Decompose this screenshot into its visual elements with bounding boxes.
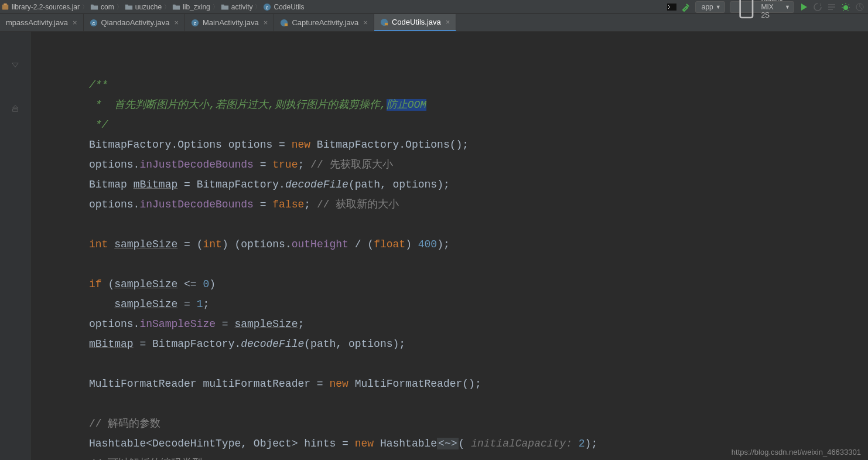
apply-changes-icon[interactable] (813, 2, 822, 12)
keyword: false (272, 199, 304, 210)
keyword: new (329, 378, 348, 390)
svg-text:c: c (194, 20, 197, 26)
watermark: https://blog.csdn.net/weixin_46633301 (732, 448, 861, 456)
code-text: <= (177, 278, 203, 290)
java-lock-icon (280, 19, 288, 27)
hammer-icon[interactable] (681, 2, 691, 12)
breadcrumb-label: activity (231, 3, 253, 11)
apply-code-changes-icon[interactable] (827, 2, 836, 12)
breadcrumb-item[interactable]: com 〉 (90, 3, 122, 11)
indent (89, 298, 114, 310)
tab-mainactivity[interactable]: c MainActivity.java × (185, 14, 274, 31)
breadcrumbs: library-2.2-sources.jar 〉 com 〉 uuzuche … (1, 3, 667, 11)
run-config-label: app (702, 3, 713, 11)
line-comment: // 解码的参数 (89, 418, 160, 430)
folder-icon (90, 3, 98, 11)
breadcrumb-item[interactable]: library-2.2-sources.jar 〉 (1, 3, 88, 11)
run-config-dropdown[interactable]: app ▼ (695, 1, 725, 13)
field: inSampleSize (139, 318, 216, 330)
field: inJustDecodeBounds (139, 159, 253, 171)
svg-point-6 (843, 5, 848, 10)
svg-text:c: c (92, 20, 95, 26)
keyword: if (89, 278, 102, 290)
tab-captureactivity[interactable]: CaptureActivity.java × (274, 14, 374, 31)
code-text: ; (203, 298, 209, 310)
code-text: = (177, 298, 196, 310)
breadcrumb-label: library-2.2-sources.jar (12, 3, 80, 11)
number: 400 (418, 238, 437, 250)
code-text: ; (298, 159, 304, 171)
toolbar-right: app ▼ Xiaomi MIX 2S ▼ (667, 1, 864, 13)
close-icon[interactable]: × (73, 18, 77, 27)
code-text: ( (459, 438, 465, 449)
phone-icon (734, 0, 759, 19)
code-text: options. (89, 159, 139, 171)
tab-label: CodeUtils.java (392, 18, 441, 26)
chevron-down-icon: ▼ (785, 4, 790, 10)
run-icon[interactable] (799, 2, 808, 12)
editor-area: /** * 首先判断图片的大小,若图片过大,则执行图片的裁剪操作,防止OOM *… (0, 32, 868, 460)
gutter[interactable] (0, 32, 30, 460)
var: sampleSize (234, 318, 298, 330)
code-text: options. (89, 199, 139, 210)
device-dropdown[interactable]: Xiaomi MIX 2S ▼ (730, 1, 794, 13)
svg-rect-5 (740, 0, 752, 18)
close-icon[interactable]: × (446, 18, 450, 26)
code-text: ) (209, 278, 216, 290)
svg-rect-15 (385, 22, 388, 25)
breadcrumb-sep: 〉 (82, 3, 88, 11)
var: sampleSize (114, 298, 177, 310)
breadcrumb-item[interactable]: uuzuche 〉 (125, 3, 170, 11)
folded-generic[interactable]: <~> (437, 438, 458, 449)
terminal-icon[interactable] (667, 2, 676, 12)
code-text: = (254, 199, 272, 210)
breadcrumb-label: CodeUtils (274, 3, 304, 11)
code-text: ; (304, 199, 310, 210)
code-text: Hashtable (374, 438, 437, 449)
doc-comment: /** (89, 79, 108, 91)
code-text: (path, options); (348, 179, 450, 190)
breadcrumb-item[interactable]: activity 〉 (221, 3, 261, 11)
code-text: = BitmapFactory. (134, 338, 241, 350)
svg-rect-4 (667, 4, 676, 11)
doc-comment: */ (89, 119, 108, 131)
keyword: true (272, 159, 298, 171)
tab-qiandaoactivity[interactable]: c QiandaoActivity.java × (84, 14, 185, 31)
number: 2 (579, 438, 585, 449)
close-icon[interactable]: × (174, 18, 179, 27)
field: inJustDecodeBounds (139, 199, 253, 210)
top-toolbar: library-2.2-sources.jar 〉 com 〉 uuzuche … (0, 0, 868, 14)
breadcrumb-item[interactable]: c CodeUtils (263, 3, 304, 11)
line-comment: // 获取新的大小 (310, 199, 399, 210)
override-down-icon[interactable] (11, 104, 19, 113)
debug-icon[interactable] (841, 2, 850, 12)
keyword: new (355, 438, 374, 449)
override-up-icon[interactable] (11, 61, 19, 69)
code-text: MultiFormatReader(); (348, 378, 481, 390)
breadcrumb-label: com (101, 3, 114, 11)
breadcrumb-label: lib_zxing (183, 3, 210, 11)
breadcrumb-item[interactable]: lib_zxing 〉 (172, 3, 218, 11)
keyword: int (203, 238, 221, 250)
code-text: = BitmapFactory. (177, 179, 285, 190)
code-text: BitmapFactory.Options(); (310, 139, 469, 151)
tab-codeutils[interactable]: CodeUtils.java × (374, 14, 456, 31)
folder-icon (221, 3, 229, 11)
var: mBitmap (134, 179, 178, 190)
var: mBitmap (89, 338, 134, 350)
close-icon[interactable]: × (264, 18, 268, 27)
svg-rect-1 (4, 3, 6, 5)
profile-icon[interactable] (855, 2, 864, 12)
close-icon[interactable]: × (363, 18, 368, 27)
keyword: int (89, 238, 108, 250)
code-text: Hashtable<DecodeHintType, Object> hints … (89, 438, 355, 449)
code-text: BitmapFactory.Options options = (89, 139, 292, 151)
code-editor[interactable]: /** * 首先判断图片的大小,若图片过大,则执行图片的裁剪操作,防止OOM *… (30, 32, 868, 460)
code-text: = (216, 318, 234, 330)
svg-rect-0 (2, 4, 9, 9)
tab-label: CaptureActivity.java (292, 18, 358, 27)
field: outHeight (292, 238, 348, 250)
code-text: / ( (348, 238, 374, 250)
tab-mpassactivity[interactable]: mpassActivity.java × (0, 14, 84, 31)
code-text: = ( (177, 238, 203, 250)
